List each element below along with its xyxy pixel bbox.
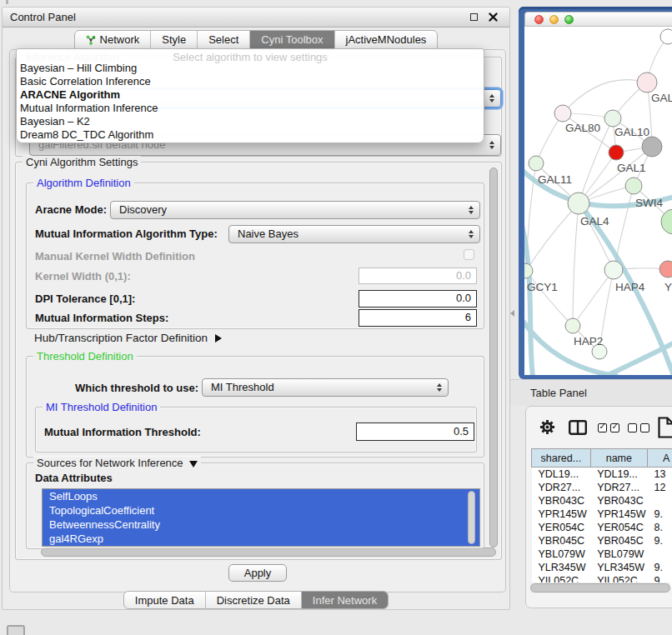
cell[interactable]: YBR045C <box>590 534 647 548</box>
aracne-mode-combobox[interactable]: Discovery <box>110 201 480 219</box>
cell[interactable]: YER054C <box>532 521 591 534</box>
tab-infer-network[interactable]: Infer Network <box>301 592 388 608</box>
list-item[interactable]: gal4RGexp <box>43 532 479 546</box>
cell[interactable]: 13 <box>648 468 672 481</box>
column-header[interactable]: name <box>590 449 647 468</box>
table-horizontal-scrollbar[interactable] <box>530 582 670 593</box>
table-row[interactable]: YDL19...YDL19...13 <box>532 468 672 481</box>
mi-type-combobox[interactable]: Naive Bayes <box>228 225 480 243</box>
tab-network[interactable]: Network <box>75 31 151 48</box>
tab-impute-data[interactable]: Impute Data <box>124 592 205 608</box>
mi-threshold-field[interactable]: 0.5 <box>356 422 474 441</box>
dpi-tolerance-field[interactable]: 0.0 <box>359 290 477 308</box>
network-node[interactable] <box>565 318 580 333</box>
cell[interactable]: YPR145W <box>590 508 647 521</box>
tab-discretize-data[interactable]: Discretize Data <box>205 592 301 608</box>
cell[interactable]: 9. <box>648 508 672 521</box>
cell[interactable]: YLR345W <box>532 561 591 574</box>
column-header[interactable]: shared... <box>532 449 591 468</box>
list-scrollbar[interactable] <box>468 491 477 544</box>
cell[interactable]: YBL079W <box>590 548 647 561</box>
table-row[interactable]: YDR27...YDR27...12 <box>532 481 672 494</box>
table-row[interactable]: YLR345WYLR345W9. <box>532 561 672 574</box>
cell[interactable] <box>648 548 672 561</box>
node-label: GAL4 <box>580 215 609 228</box>
list-item[interactable]: BetweennessCentrality <box>43 518 479 532</box>
file-icon[interactable] <box>658 417 672 438</box>
network-node[interactable] <box>625 178 642 194</box>
cell[interactable]: YBR043C <box>590 494 647 508</box>
table-row[interactable]: YBR043CYBR043C <box>532 494 672 508</box>
unchecked-pair-icon[interactable] <box>628 423 649 432</box>
cell[interactable]: YDL19... <box>590 468 647 481</box>
tab-label: Style <box>162 33 186 46</box>
column-header[interactable]: A <box>648 449 672 468</box>
dropdown-item[interactable]: Basic Correlation Inference <box>17 75 484 88</box>
settings-vertical-scrollbar[interactable] <box>489 168 499 548</box>
minimize-traffic-light-icon[interactable] <box>549 15 559 24</box>
zoom-traffic-light-icon[interactable] <box>564 15 574 24</box>
dropdown-item-selected[interactable]: ARACNE Algorithm <box>17 88 484 102</box>
data-attributes-list[interactable]: SelfLoops TopologicalCoefficient Between… <box>42 488 480 547</box>
control-panel-titlebar: Control Panel <box>3 8 509 28</box>
cell[interactable]: YLR345W <box>590 561 647 574</box>
cell[interactable]: YDR27... <box>590 481 647 494</box>
float-window-icon[interactable] <box>470 13 478 21</box>
cell[interactable]: 8. <box>648 521 672 534</box>
table-row[interactable]: YER054CYER054C8. <box>532 521 672 534</box>
splitter-handle[interactable] <box>510 310 514 317</box>
manual-kernel-label: Manual Kernel Width Definition <box>35 250 195 262</box>
dropdown-item[interactable]: Bayesian – K2 <box>17 115 484 128</box>
network-window-titlebar[interactable] <box>524 12 672 27</box>
close-traffic-light-icon[interactable] <box>534 15 544 24</box>
cell[interactable] <box>648 494 672 508</box>
cell[interactable]: YER054C <box>590 521 647 534</box>
manual-kernel-checkbox[interactable] <box>464 249 474 260</box>
tab-jactivemnodules[interactable]: jActiveMNodules <box>334 31 438 48</box>
kernel-width-field[interactable]: 0.0 <box>359 268 477 284</box>
network-node[interactable] <box>637 72 657 92</box>
network-node[interactable] <box>554 105 571 122</box>
cell[interactable]: YDR27... <box>532 481 591 494</box>
list-item[interactable]: TopologicalCoefficient <box>43 503 479 518</box>
tab-cyni-toolbox[interactable]: Cyni Toolbox <box>249 31 333 48</box>
close-window-icon[interactable] <box>489 12 498 22</box>
cell[interactable]: YPR145W <box>532 508 591 521</box>
network-node-selected[interactable] <box>609 145 624 160</box>
cell[interactable]: 12 <box>648 481 672 494</box>
bottom-left-icon[interactable] <box>7 625 25 635</box>
dropdown-item[interactable]: Mutual Information Inference <box>17 102 484 115</box>
cell[interactable]: YBR045C <box>532 534 591 548</box>
hub-section-toggle[interactable]: Hub/Transcription Factor Definition <box>34 332 222 344</box>
network-node[interactable] <box>660 29 672 44</box>
which-threshold-combobox[interactable]: MI Threshold <box>202 378 449 397</box>
apply-button[interactable]: Apply <box>228 564 287 582</box>
split-columns-icon[interactable] <box>569 420 587 435</box>
checked-pair-icon[interactable] <box>598 423 619 432</box>
network-node[interactable] <box>604 261 623 279</box>
cell[interactable]: 9. <box>648 534 672 548</box>
list-item[interactable]: SelfLoops <box>43 489 479 503</box>
cell[interactable]: YDL19... <box>532 468 591 481</box>
network-node[interactable] <box>529 156 544 171</box>
network-canvas[interactable]: GAL GAL80 GAL10 GAL1 GAL11 SWI4 GAL4 GCY… <box>524 27 672 375</box>
dropdown-item[interactable]: Dream8 DC_TDC Algorithm <box>17 128 484 142</box>
table-row[interactable]: YPR145WYPR145W9. <box>532 508 672 521</box>
network-node[interactable] <box>604 110 621 127</box>
table-row[interactable]: YBL079WYBL079W <box>532 548 672 561</box>
cell[interactable]: YBR043C <box>532 494 591 508</box>
sources-group-title[interactable]: Sources for Network Inference <box>33 457 201 469</box>
tab-select[interactable]: Select <box>197 31 249 48</box>
network-node[interactable] <box>659 261 672 278</box>
gear-icon[interactable] <box>539 419 555 435</box>
network-node[interactable] <box>642 137 662 157</box>
mi-steps-field[interactable]: 6 <box>359 309 477 327</box>
combo-arrows-icon <box>469 206 474 214</box>
tab-style[interactable]: Style <box>150 31 197 48</box>
dropdown-item[interactable]: Bayesian – Hill Climbing <box>17 62 484 75</box>
cell[interactable]: YBL079W <box>532 548 591 561</box>
table-row[interactable]: YBR045CYBR045C9. <box>532 534 672 548</box>
cell[interactable]: 9. <box>648 561 672 574</box>
node-label: HAP2 <box>574 335 603 348</box>
network-node[interactable] <box>568 192 589 214</box>
